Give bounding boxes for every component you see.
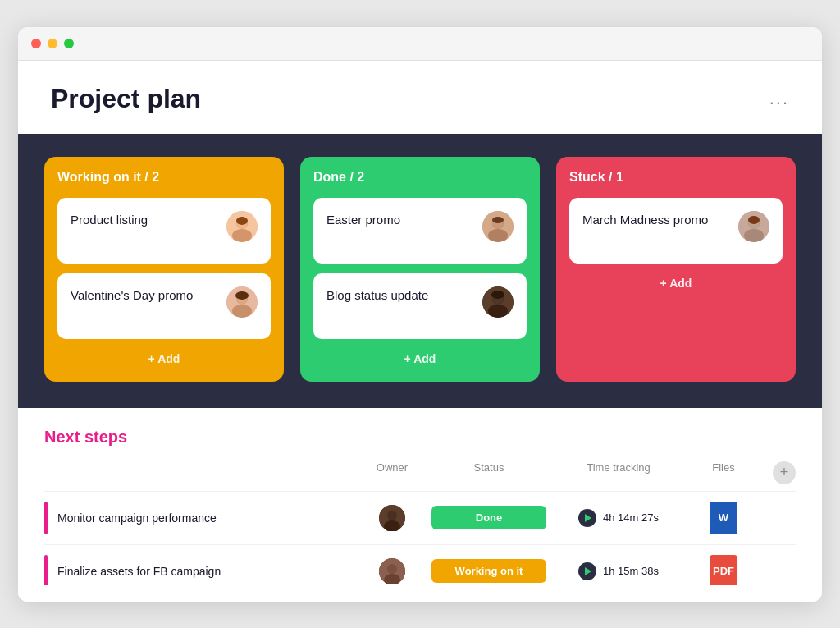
row-indicator-bar (44, 555, 48, 585)
add-card-done-button[interactable]: + Add (313, 349, 527, 369)
col-label-name (57, 461, 353, 484)
column-header-done: Done / 2 (313, 170, 527, 185)
play-button[interactable] (578, 562, 596, 580)
col-label-status: Status (431, 461, 546, 484)
kanban-column-working: Working on it / 2 Product listing (44, 157, 284, 382)
minimize-dot[interactable] (48, 39, 57, 48)
files-cell: W (691, 502, 756, 534)
col-label-owner: Owner (359, 461, 425, 484)
avatar (738, 211, 769, 242)
svg-point-12 (488, 229, 508, 242)
file-icon-pdf[interactable]: PDF (710, 555, 737, 585)
owner-avatar (379, 505, 405, 531)
svg-point-2 (232, 229, 252, 242)
card-text: Product listing (71, 211, 220, 228)
card-blog-status[interactable]: Blog status update (313, 273, 527, 339)
svg-point-24 (748, 216, 760, 224)
owner-cell (359, 505, 425, 531)
next-steps-section: Next steps Owner Status Time tracking Fi… (18, 408, 822, 602)
card-product-listing[interactable]: Product listing (57, 198, 271, 264)
files-cell: PDF (691, 555, 756, 585)
browser-bar (18, 27, 822, 61)
add-card-stuck-button[interactable]: + Add (569, 273, 783, 293)
svg-point-14 (492, 217, 504, 223)
svg-point-26 (387, 511, 397, 520)
card-text: Valentine's Day promo (71, 286, 220, 304)
card-text: Blog status update (326, 286, 476, 304)
browser-window: Project plan ... Working on it / 2 Produ… (18, 27, 822, 602)
card-valentines-promo[interactable]: Valentine's Day promo (57, 273, 271, 339)
svg-point-9 (235, 291, 249, 300)
table-header: Owner Status Time tracking Files + (44, 461, 796, 491)
owner-cell (359, 558, 425, 584)
kanban-column-done: Done / 2 Easter promo Blog sta (300, 157, 540, 382)
svg-point-4 (236, 217, 248, 225)
card-text: Easter promo (326, 211, 476, 228)
avatar (482, 286, 514, 318)
row-indicator-bar (44, 502, 48, 534)
play-icon (585, 567, 591, 575)
col-label-time-tracking: Time tracking (553, 461, 684, 484)
add-column-button[interactable]: + (773, 461, 796, 484)
avatar (226, 211, 258, 242)
row-task-name: Finalize assets for FB campaign (57, 565, 221, 578)
time-tracking-cell: 4h 14m 27s (553, 509, 684, 527)
avatar (226, 286, 258, 318)
kanban-column-stuck: Stuck / 1 March Madness promo + Add (556, 157, 796, 382)
avatar (482, 211, 514, 242)
column-header-working: Working on it / 2 (57, 170, 271, 185)
card-easter-promo[interactable]: Easter promo (313, 198, 527, 264)
status-cell: Done (431, 506, 546, 529)
time-value: 4h 14m 27s (603, 511, 659, 524)
status-badge: Working on it (431, 559, 546, 583)
time-value: 1h 15m 38s (603, 565, 659, 577)
kanban-board: Working on it / 2 Product listing (18, 134, 822, 408)
fullscreen-dot[interactable] (64, 39, 74, 48)
row-name-cell: Monitor campaign performance (44, 502, 353, 534)
column-header-stuck: Stuck / 1 (569, 170, 783, 185)
status-cell: Working on it (431, 559, 546, 583)
svg-point-7 (232, 305, 252, 318)
col-label-files: Files (691, 461, 756, 484)
owner-avatar (379, 558, 405, 584)
row-task-name: Monitor campaign performance (57, 511, 217, 525)
card-march-madness[interactable]: March Madness promo (569, 198, 783, 264)
add-card-working-button[interactable]: + Add (57, 349, 271, 369)
page-header: Project plan ... (18, 61, 822, 134)
more-options-button[interactable]: ... (769, 88, 789, 109)
next-steps-title: Next steps (44, 428, 796, 447)
play-icon (585, 514, 591, 522)
file-icon-word[interactable]: W (710, 502, 737, 534)
svg-point-17 (488, 305, 508, 318)
row-name-cell: Finalize assets for FB campaign (44, 555, 353, 585)
svg-point-19 (491, 291, 504, 299)
table-row: Finalize assets for FB campaign Working … (44, 544, 796, 585)
status-badge: Done (431, 506, 546, 529)
time-tracking-cell: 1h 15m 38s (553, 562, 684, 580)
page-title: Project plan (51, 84, 201, 114)
svg-point-22 (744, 229, 764, 242)
card-text: March Madness promo (582, 211, 732, 228)
play-button[interactable] (578, 509, 596, 527)
page-content: Project plan ... Working on it / 2 Produ… (18, 61, 822, 602)
close-dot[interactable] (31, 39, 41, 48)
svg-point-29 (387, 564, 397, 574)
table-row: Monitor campaign performance Done (44, 491, 796, 544)
